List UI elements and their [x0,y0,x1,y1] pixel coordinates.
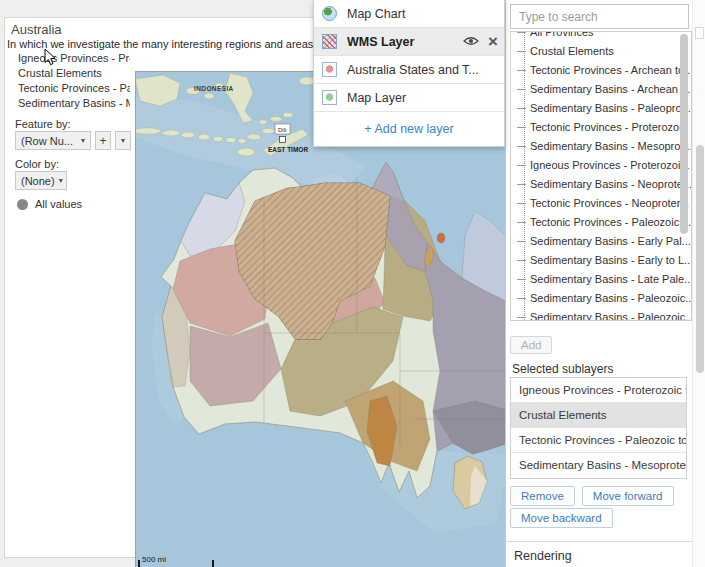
layer-row[interactable]: Map Layer × [314,84,504,112]
remove-button[interactable]: Remove [510,486,575,506]
tree-connector [517,146,526,147]
east-timor-label: EAST TIMOR [268,146,308,153]
chevron-down-icon: ▾ [121,136,125,145]
layers-popup: Map Chart × WMS Layer [313,0,505,147]
tree-connector [517,184,526,185]
all-values-legend[interactable]: All values [17,198,82,210]
tree-item[interactable]: Tectonic Provinces - Paleozoic t... [511,213,691,232]
tree-item[interactable]: Igneous Provinces - Proterozoi... [511,156,691,175]
tree-connector [517,89,526,90]
move-forward-button[interactable]: Move forward [582,486,674,506]
legend-item[interactable]: Tectonic Provinces - Paleoz [18,81,130,96]
map-red-icon [322,62,337,77]
globe-icon [322,6,337,21]
legend-item[interactable]: Crustal Elements [18,66,130,81]
chevron-down-icon: ▾ [81,136,85,145]
tree-connector [517,165,526,166]
layer-row[interactable]: Australia States and T... × [314,56,504,84]
scale-text: 500 mi [142,555,166,564]
tree-item[interactable]: Tectonic Provinces - Neoproter... [511,194,691,213]
color-swatch [17,199,28,210]
legend-item[interactable]: Sedimentary Basins - Meso [18,96,130,111]
tree-connector [517,127,526,128]
feature-by-value: (Row Nu... [21,135,73,147]
sublayer-tree[interactable]: All Provinces Crustal Elements Tectonic … [510,31,692,321]
page-title: Australia [11,22,62,37]
layer-list: Map Chart × WMS Layer [314,0,504,112]
layer-label: Map Layer [347,91,498,105]
tree-connector [517,298,526,299]
tree-connector [517,32,526,33]
add-new-layer-button[interactable]: + Add new layer [314,112,504,145]
tree-item[interactable]: Tectonic Provinces - Proterozoic [511,118,691,137]
sublayer-search-input[interactable] [510,4,689,29]
layer-row[interactable]: WMS Layer × [314,28,504,56]
indonesia-label: INDONESIA [194,85,234,92]
scrollbar-thumb[interactable] [696,145,704,373]
feature-by-label: Feature by: [15,118,71,130]
legend-item[interactable]: Igneous Provinces - Protero [18,51,130,66]
color-by-label: Color by: [15,158,59,170]
properties-panel: All Provinces Crustal Elements Tectonic … [505,0,705,567]
map-legend: Igneous Provinces - ProteroCrustal Eleme… [18,51,130,111]
tree-item[interactable]: Sedimentary Basins - Paleozoic... [511,289,691,308]
layer-label: Map Chart [347,7,498,21]
tree-connector [517,108,526,109]
chevron-down-icon: ▾ [59,176,63,185]
tree-connector [517,317,526,318]
feature-by-dropdown[interactable]: (Row Nu... ▾ [15,131,91,150]
app-window: Australia In which we investigate the ma… [0,0,705,567]
tree-connector [517,203,526,204]
selected-sublayer-item[interactable]: Sedimentary Basins - Mesoprote... [511,453,686,478]
tree-item[interactable]: Sedimentary Basins - Mesoprot... [511,137,691,156]
tree-item[interactable]: Sedimentary Basins - Early to L... [511,251,691,270]
column-options-button[interactable]: ▾ [115,131,131,150]
tree-item[interactable]: Crustal Elements [511,42,691,61]
tree-connector [517,241,526,242]
selected-sublayers-label: Selected sublayers [512,362,613,376]
tree-item[interactable]: Tectonic Provinces - Archean to... [511,61,691,80]
tree-connector [517,222,526,223]
tree-scrollbar-thumb[interactable] [680,34,688,234]
add-column-button[interactable]: + [95,131,111,150]
panel-scrollbar[interactable] [692,0,705,567]
tree-item[interactable]: Sedimentary Basins - Archean t... [511,80,691,99]
dili-label: Dili [278,127,286,133]
tree-item[interactable]: Sedimentary Basins - Early Pal... [511,232,691,251]
visibility-eye-icon[interactable] [463,35,479,49]
selected-sublayer-item[interactable]: Tectonic Provinces - Paleozoic to... [511,428,686,453]
selected-sublayers-list: Igneous Provinces - Proterozoic t... Cru… [510,377,687,479]
move-backward-button[interactable]: Move backward [510,508,613,528]
dili-marker [280,137,286,143]
tree-item[interactable]: Sedimentary Basins - Paleoprot... [511,99,691,118]
tree-connector [517,260,526,261]
layer-label: Australia States and T... [347,63,498,77]
color-by-value: (None) [21,175,55,187]
tree-item[interactable]: All Provinces [511,31,691,42]
map-green-icon [322,90,337,105]
tree-connector [517,279,526,280]
all-values-label: All values [35,198,82,210]
selected-sublayer-item[interactable]: Crustal Elements [511,403,686,428]
color-by-dropdown[interactable]: (None) ▾ [15,171,67,190]
scrollbar-button[interactable] [695,27,704,39]
tree-connector [517,51,526,52]
add-sublayer-button[interactable]: Add [510,336,552,354]
tree-item[interactable]: Sedimentary Basins - Late Pale... [511,270,691,289]
tree-item[interactable]: Sedimentary Basins - Paleozoic... [511,308,691,321]
tree-connector [517,70,526,71]
tree-item[interactable]: Sedimentary Basins - Neoprote... [511,175,691,194]
mouse-cursor [44,48,56,66]
wms-layer-icon [322,34,337,49]
remove-layer-icon[interactable]: × [488,33,498,50]
section-divider [506,541,705,542]
layer-row[interactable]: Map Chart × [314,0,504,28]
layer-label: WMS Layer [347,35,463,49]
rendering-section-label: Rendering [514,549,572,563]
selected-sublayer-item[interactable]: Igneous Provinces - Proterozoic t... [511,378,686,403]
